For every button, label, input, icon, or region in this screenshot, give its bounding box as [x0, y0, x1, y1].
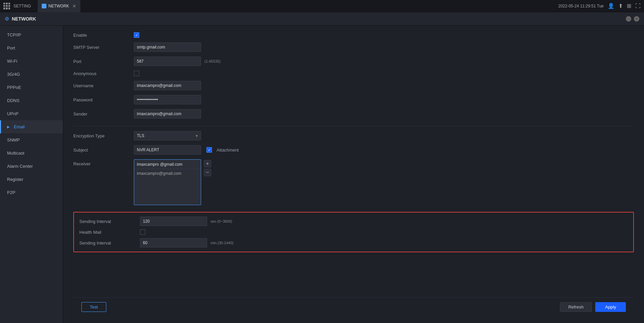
minimize-button[interactable]: — — [626, 16, 631, 22]
receiver-buttons: + − — [204, 160, 211, 176]
grid-layout-icon[interactable]: ⊞ — [627, 3, 631, 9]
user-icon[interactable]: 👤 — [608, 3, 614, 9]
encryption-select[interactable]: TLS SSL None — [134, 131, 201, 140]
port-row: Port (1-65535) — [73, 57, 634, 66]
sidebar-item-3g4g[interactable]: 3G/4G — [0, 68, 63, 81]
upload-icon[interactable]: ⬆ — [618, 3, 623, 9]
apply-button[interactable]: Apply — [595, 302, 626, 312]
main-layout: TCP/IP Port Wi-Fi 3G/4G PPPoE DDNS UPnP … — [0, 26, 644, 323]
port-hint: (1-65535) — [204, 59, 221, 63]
smtp-server-input[interactable] — [134, 42, 201, 52]
sidebar-item-label: Register — [7, 177, 23, 182]
health-sending-interval-hint: min.(30-1440) — [211, 241, 233, 245]
topbar: SETTING NETWORK ✕ 2022-05-24 11:29:51 Tu… — [0, 0, 644, 12]
datetime-display: 2022-05-24 11:29:51 Tue — [558, 4, 604, 8]
sending-interval-input[interactable] — [140, 217, 207, 226]
sidebar-item-alarm-center[interactable]: Alarm Center — [0, 160, 63, 173]
sidebar-item-label: Multicast — [7, 151, 24, 156]
sidebar-item-snmp[interactable]: SNMP — [0, 133, 63, 147]
sending-interval-label: Sending Interval — [79, 219, 140, 224]
attachment-checkbox[interactable]: ✓ — [206, 147, 212, 153]
sidebar-item-tcpip[interactable]: TCP/IP — [0, 28, 63, 41]
sidebar-item-port[interactable]: Port — [0, 41, 63, 55]
password-label: Password — [73, 97, 134, 102]
sidebar: TCP/IP Port Wi-Fi 3G/4G PPPoE DDNS UPnP … — [0, 26, 63, 323]
subject-label: Subject — [73, 148, 134, 153]
sidebar-item-label: SNMP — [7, 137, 20, 142]
anonymous-row: Anonymous — [73, 71, 634, 76]
health-mail-checkbox[interactable] — [140, 229, 145, 235]
attachment-label: Attachment — [217, 148, 239, 153]
sending-interval-hint: sec.(0~3600) — [211, 219, 232, 223]
receiver-wrap: imaxcampro@gmail.com + − — [134, 159, 211, 205]
sidebar-item-email[interactable]: ▶ Email — [0, 120, 63, 133]
content-area: Enable ✓ SMTP Server Port (1-65535) Anon… — [63, 26, 644, 323]
sidebar-item-label: DDNS — [7, 98, 20, 103]
subject-input[interactable] — [134, 145, 201, 155]
setting-label: SETTING — [13, 4, 31, 8]
encryption-select-wrap: TLS SSL None ▼ — [134, 131, 201, 140]
health-sending-interval-row: Sending Interval min.(30-1440) — [79, 238, 628, 248]
sidebar-item-label: Alarm Center — [7, 164, 33, 169]
enable-label: Enable — [73, 33, 134, 38]
remove-receiver-button[interactable]: − — [204, 169, 211, 176]
smtp-server-row: SMTP Server — [73, 42, 634, 52]
encryption-row: Encryption Type TLS SSL None ▼ — [73, 131, 634, 140]
attach-checkmark-icon: ✓ — [208, 148, 211, 152]
sidebar-item-wifi[interactable]: Wi-Fi — [0, 55, 63, 68]
window-titlebar: ⚙ NETWORK — ✕ — [0, 12, 644, 26]
sidebar-item-ddns[interactable]: DDNS — [0, 94, 63, 107]
anonymous-label: Anonymous — [73, 71, 134, 76]
sending-interval-row: Sending Interval sec.(0~3600) — [79, 217, 628, 226]
username-input[interactable] — [134, 81, 201, 90]
receiver-input[interactable] — [134, 160, 201, 169]
fullscreen-icon[interactable]: ⛶ — [635, 3, 641, 9]
health-mail-section: Sending Interval sec.(0~3600) Health Mai… — [73, 212, 634, 252]
health-sending-interval-label: Sending Interval — [79, 240, 140, 246]
sender-input[interactable] — [134, 109, 201, 119]
bottom-bar: Test Refresh Apply — [73, 297, 634, 316]
enable-checkbox[interactable]: ✓ — [134, 32, 139, 38]
gear-icon: ⚙ — [5, 16, 9, 22]
subject-row: Subject ✓ Attachment — [73, 145, 634, 155]
sidebar-item-register[interactable]: Register — [0, 173, 63, 186]
sidebar-item-label: UPnP — [7, 111, 18, 116]
sidebar-item-label: Email — [14, 124, 25, 129]
test-button[interactable]: Test — [81, 302, 106, 312]
sender-label: Sender — [73, 111, 134, 117]
health-mail-row: Health Mail — [79, 229, 628, 235]
tab-close-btn[interactable]: ✕ — [72, 3, 76, 9]
port-input[interactable] — [134, 57, 201, 66]
receiver-label: Receiver — [73, 161, 134, 166]
sidebar-item-upnp[interactable]: UPnP — [0, 107, 63, 120]
close-button[interactable]: ✕ — [634, 16, 639, 22]
network-tab[interactable]: NETWORK ✕ — [38, 0, 80, 12]
sidebar-item-label: Port — [7, 45, 15, 51]
sidebar-item-label: PPPoE — [7, 85, 21, 90]
grid-icon[interactable] — [3, 3, 10, 9]
enable-row: Enable ✓ — [73, 32, 634, 38]
receiver-spacer — [134, 178, 201, 205]
sidebar-item-pppoe[interactable]: PPPoE — [0, 81, 63, 94]
sidebar-item-multicast[interactable]: Multicast — [0, 147, 63, 160]
password-row: Password — [73, 95, 634, 104]
anonymous-checkbox[interactable] — [134, 71, 139, 76]
health-mail-label: Health Mail — [79, 230, 140, 235]
section-divider — [73, 126, 634, 126]
sidebar-item-label: Wi-Fi — [7, 59, 17, 64]
password-input[interactable] — [134, 95, 201, 104]
sidebar-item-label: TCP/IP — [7, 32, 21, 37]
health-sending-interval-input[interactable] — [140, 238, 207, 248]
add-receiver-button[interactable]: + — [204, 160, 211, 167]
topbar-right: 2022-05-24 11:29:51 Tue 👤 ⬆ ⊞ ⛶ — [558, 3, 641, 9]
sidebar-item-p2p[interactable]: P2P — [0, 186, 63, 199]
window-title: NETWORK — [12, 16, 36, 22]
username-row: Username — [73, 81, 634, 90]
topbar-left: SETTING NETWORK ✕ — [3, 0, 558, 12]
network-tab-label: NETWORK — [48, 4, 69, 8]
checkmark-icon: ✓ — [135, 33, 138, 37]
username-label: Username — [73, 83, 134, 88]
sender-row: Sender — [73, 109, 634, 119]
refresh-button[interactable]: Refresh — [560, 302, 592, 312]
receiver-list: imaxcampro@gmail.com — [134, 159, 201, 205]
